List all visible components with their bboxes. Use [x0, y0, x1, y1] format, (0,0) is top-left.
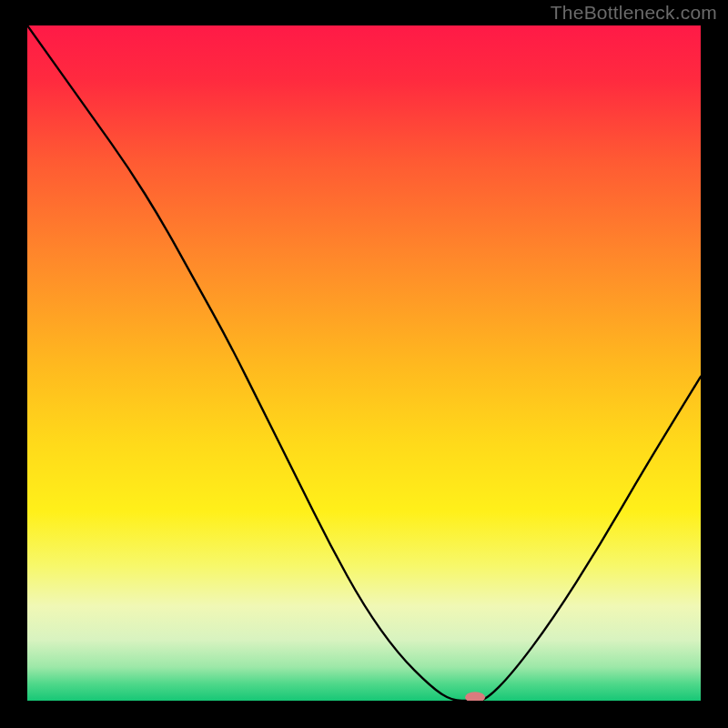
optimal-marker: [465, 692, 485, 701]
chart-container: TheBottleneck.com: [0, 0, 728, 728]
curve-layer: [27, 25, 701, 701]
watermark-text: TheBottleneck.com: [551, 2, 717, 24]
bottleneck-curve: [27, 25, 701, 701]
plot-area: [27, 25, 701, 701]
